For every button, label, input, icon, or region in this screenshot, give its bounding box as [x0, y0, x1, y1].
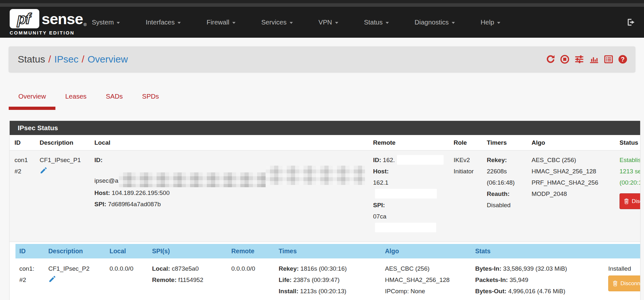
breadcrumb-section: Status [18, 54, 45, 65]
stop-icon[interactable] [560, 54, 570, 64]
breadcrumb-toolbar: ? [546, 54, 628, 64]
table-scroll-area[interactable]: ID Description Local Remote Role Timers … [10, 135, 640, 300]
child-remote-network: 0.0.0.0/0 [231, 263, 275, 274]
ike-cell-id: con1 #2 [10, 150, 35, 242]
child-id: con1: [19, 263, 44, 274]
child-sa-table: ID Description Local SPI(s) Remote Times… [15, 244, 640, 300]
breadcrumb-link-overview[interactable]: Overview [88, 54, 128, 65]
local-spi-label: SPI: [94, 201, 106, 208]
chevron-down-icon [178, 22, 181, 24]
list-icon[interactable] [604, 54, 613, 64]
panel-title: IPsec Status [10, 121, 640, 135]
breadcrumb-link-ipsec[interactable]: IPsec [54, 54, 78, 65]
status-established: Established [620, 154, 640, 166]
sign-out-icon[interactable] [627, 18, 636, 27]
svg-text:?: ? [621, 56, 625, 63]
panel-title-text: IPsec Status [18, 124, 58, 132]
timers-rekey-time: (06:16:48) [487, 177, 527, 188]
tab-leases[interactable]: Leases [55, 91, 96, 110]
child-header-spis: SPI(s) [148, 244, 227, 258]
ike-description: CF1_IPsec_P1 [40, 154, 90, 166]
menu-firewall[interactable]: Firewall [207, 18, 235, 26]
spi-local-label: Local: [152, 265, 170, 272]
ike-header-local: Local [90, 135, 368, 150]
child-cell-status: Installed [604, 258, 640, 300]
tab-sads[interactable]: SADs [96, 91, 132, 110]
child-cell-remote: 0.0.0.0/0 [227, 258, 275, 300]
tab-spds[interactable]: SPDs [132, 91, 168, 110]
child-cell-spis: Local: c873e5a0 Remote: f1154952 [148, 258, 227, 300]
tab-bar: Overview Leases SADs SPDs [9, 91, 635, 110]
tab-overview-label: Overview [18, 92, 46, 100]
tab-leases-label: Leases [65, 92, 86, 100]
role-value: Initiator [454, 166, 482, 177]
menu-system[interactable]: System [92, 18, 120, 26]
ike-cell-local: ID: ipsec@a Host: 104.189.226.195:500 SP… [90, 150, 368, 242]
ike-id-number: #2 [14, 166, 35, 177]
menu-status-label: Status [364, 18, 383, 26]
breadcrumb: Status / IPsec / Overview [18, 54, 128, 65]
menu-status[interactable]: Status [364, 18, 389, 26]
redaction-block-white [375, 223, 436, 232]
registered-mark: ® [83, 22, 87, 27]
redaction-block-white [375, 189, 437, 198]
ike-cell-status: Established 1213 seconds (00:20:13) [615, 150, 640, 242]
child-header-stats: Stats [467, 244, 604, 258]
child-header-actions [604, 244, 640, 258]
child-header-description: Description [44, 244, 106, 258]
child-cell-description: CF1_IPsec_P2 [44, 258, 106, 300]
disconnect-child-button[interactable]: Disconnect [608, 276, 640, 291]
refresh-icon[interactable] [546, 54, 555, 64]
timers-reauth-value: Disabled [487, 199, 527, 211]
disconnect-child-button-label: Disconnect [620, 278, 640, 289]
menu-diagnostics[interactable]: Diagnostics [415, 18, 455, 26]
ike-header-status: Status [615, 135, 640, 150]
chevron-down-icon [335, 22, 338, 24]
redaction-block [266, 166, 365, 185]
spi-remote-value: f1154952 [178, 276, 203, 283]
child-id-number: #2 [19, 274, 44, 285]
child-algo-hmac: HMAC_SHA2_256_128 [385, 274, 467, 285]
ike-header-remote: Remote [368, 135, 449, 150]
role-protocol: IKEv2 [454, 154, 482, 166]
stats-bytes-out-label: Bytes-Out: [475, 288, 506, 295]
tab-overview[interactable]: Overview [9, 91, 55, 110]
ike-cell-role: IKEv2 Initiator [449, 150, 482, 242]
edit-pencil-icon[interactable] [40, 166, 48, 178]
ike-id: con1 [14, 154, 35, 166]
algo-prf: PRF_HMAC_SHA2_256 [532, 177, 615, 188]
stats-packets-in-value: 35,949 [510, 276, 528, 283]
sliders-icon[interactable] [574, 54, 584, 64]
chevron-down-icon [290, 22, 293, 24]
stats-bytes-in-label: Bytes-In: [475, 265, 501, 272]
times-install-value: 1213s (00:20:13) [300, 288, 347, 295]
menu-services-label: Services [261, 18, 287, 26]
times-life-label: Life: [279, 276, 292, 283]
child-local-network: 0.0.0.0/0 [110, 263, 148, 274]
times-rekey-value: 1816s (00:30:16) [301, 265, 347, 272]
trash-icon [612, 280, 618, 286]
menu-firewall-label: Firewall [207, 18, 229, 26]
menu-interfaces[interactable]: Interfaces [146, 18, 181, 26]
pfsense-logo-box: pf [10, 9, 39, 28]
remote-spi-value: 07ca [373, 213, 386, 220]
help-icon[interactable]: ? [618, 54, 628, 64]
remote-id-label: ID: [373, 157, 381, 163]
pfsense-logo[interactable]: pf sense ® COMMUNITY EDITION [10, 9, 87, 35]
chevron-down-icon [117, 22, 120, 24]
edit-pencil-icon[interactable] [48, 275, 56, 286]
bar-chart-icon[interactable] [589, 54, 599, 64]
menu-vpn-label: VPN [319, 18, 332, 26]
ike-header-description: Description [35, 135, 90, 150]
status-uptime-hms: (00:20:13) [620, 177, 640, 188]
algo-hmac: HMAC_SHA2_256_128 [532, 166, 615, 177]
timers-reauth-label: Reauth: [487, 188, 527, 199]
breadcrumb-separator: / [45, 54, 54, 65]
pfsense-logo-row: pf sense ® [10, 9, 87, 28]
menu-system-label: System [92, 18, 114, 26]
menu-help[interactable]: Help [481, 18, 500, 26]
disconnect-button[interactable]: Disconnect [620, 193, 640, 209]
menu-vpn[interactable]: VPN [319, 18, 338, 26]
menu-services[interactable]: Services [261, 18, 293, 26]
child-algo-ipcomp: IPComp: None [385, 285, 467, 297]
